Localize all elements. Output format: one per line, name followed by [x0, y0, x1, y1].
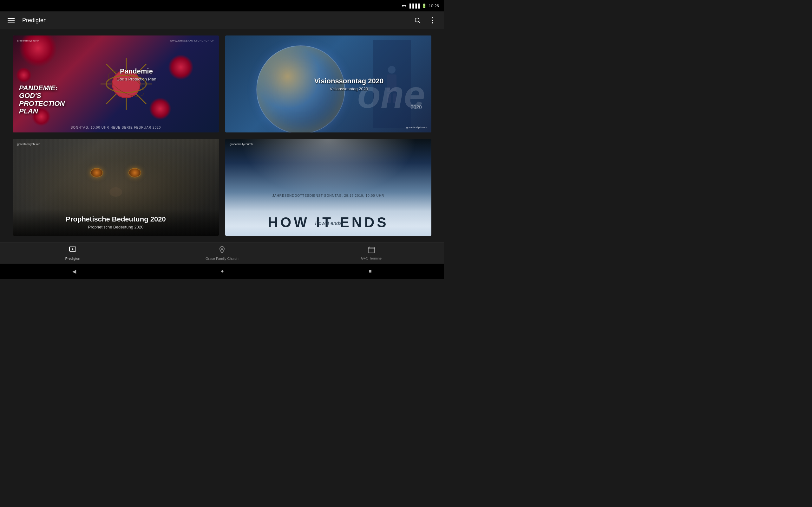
nav-termine[interactable]: GFC Termine: [352, 244, 391, 263]
svg-marker-22: [72, 248, 74, 250]
nav-termine-icon: [368, 246, 375, 255]
nav-predigten[interactable]: Predigten: [54, 243, 92, 263]
search-button[interactable]: [411, 14, 424, 26]
svg-point-23: [221, 248, 223, 249]
nav-grace[interactable]: Grace Family Church: [199, 243, 245, 263]
pandemie-center-title: Pandemie God's Protection Plan: [116, 67, 156, 81]
card-howit-image: gracefamilychurch JAHRESENDGOTTESDIENST …: [225, 139, 432, 236]
system-nav: ◀ ● ■: [0, 264, 444, 279]
svg-point-3: [432, 20, 433, 21]
top-actions: [411, 14, 439, 26]
bottom-nav: Predigten Grace Family Church GFC Termin…: [0, 242, 444, 264]
recent-button[interactable]: ■: [362, 265, 378, 277]
lion-nose: [109, 187, 122, 197]
pandemie-url: WWW.GRACEFAMILYCHURCH.CH: [170, 39, 214, 42]
wifi-icon: ▾▾: [402, 3, 406, 8]
svg-line-13: [106, 94, 116, 104]
howit-rays: [225, 139, 432, 216]
howit-italic: How it ends: [225, 221, 432, 226]
prophetic-text: Prophetische Bedeutung 2020 Prophetische…: [13, 209, 219, 236]
howit-date: JAHRESENDGOTTESDIENST SONNTAG, 29.12.201…: [225, 194, 432, 198]
card-pandemie-image: gracefamilychurch WWW.GRACEFAMILYCHURCH.…: [13, 36, 219, 132]
status-bar: ▾▾ ▐▐▐▐ 🔋 10:26: [0, 0, 444, 11]
pandemie-big-text: PANDEMIE:GOD'SPROTECTIONPLAN: [19, 84, 65, 115]
svg-point-17: [388, 66, 396, 73]
content-grid: gracefamilychurch WWW.GRACEFAMILYCHURCH.…: [0, 29, 444, 242]
vision-year: 2020: [410, 105, 422, 110]
svg-line-1: [419, 21, 420, 23]
top-bar: Predigten: [0, 11, 444, 29]
svg-line-14: [136, 94, 146, 104]
nav-grace-label: Grace Family Church: [206, 257, 239, 261]
svg-point-0: [415, 18, 419, 22]
prophetic-logo: gracefamilychurch: [17, 143, 40, 146]
back-button[interactable]: ◀: [66, 265, 83, 278]
home-button[interactable]: ●: [214, 265, 230, 277]
status-time: 10:26: [428, 3, 439, 8]
pandemie-bottom-text: SONNTAG, 10.00 UHR NEUE SERIE FEBRUAR 20…: [13, 126, 219, 129]
card-prophetic-image: gracefamilychurch Prophetische Bedeutung…: [13, 139, 219, 236]
svg-rect-24: [368, 247, 374, 253]
card-prophetic[interactable]: gracefamilychurch Prophetische Bedeutung…: [13, 139, 219, 236]
nav-predigten-label: Predigten: [65, 257, 80, 261]
lion-eyes: [90, 168, 141, 177]
vision-logo: gracefamilychurch: [406, 126, 427, 129]
app-title: Predigten: [22, 17, 406, 24]
battery-icon: 🔋: [421, 3, 426, 8]
svg-line-11: [106, 64, 116, 74]
nav-termine-label: GFC Termine: [361, 257, 382, 260]
signal-icon: ▐▐▐▐: [408, 3, 420, 8]
card-vision-image: one 2020 gracefamilychurch Visionssonnta…: [225, 36, 432, 132]
card-pandemie[interactable]: gracefamilychurch WWW.GRACEFAMILYCHURCH.…: [13, 36, 219, 132]
status-icons: ▾▾ ▐▐▐▐ 🔋 10:26: [402, 3, 439, 8]
more-button[interactable]: [426, 14, 439, 26]
svg-point-4: [432, 22, 433, 23]
card-vision[interactable]: one 2020 gracefamilychurch Visionssonnta…: [225, 36, 432, 132]
hamburger-menu[interactable]: [5, 15, 17, 25]
svg-point-2: [432, 17, 433, 18]
pandemie-logo: gracefamilychurch: [17, 39, 39, 42]
nav-predigten-icon: [69, 246, 77, 256]
card-howit[interactable]: gracefamilychurch JAHRESENDGOTTESDIENST …: [225, 139, 432, 236]
howit-logo: gracefamilychurch: [230, 143, 253, 146]
nav-grace-icon: [218, 246, 225, 256]
vision-center-title: Visionssonntag 2020 Visionssonntag 2020: [314, 77, 384, 91]
